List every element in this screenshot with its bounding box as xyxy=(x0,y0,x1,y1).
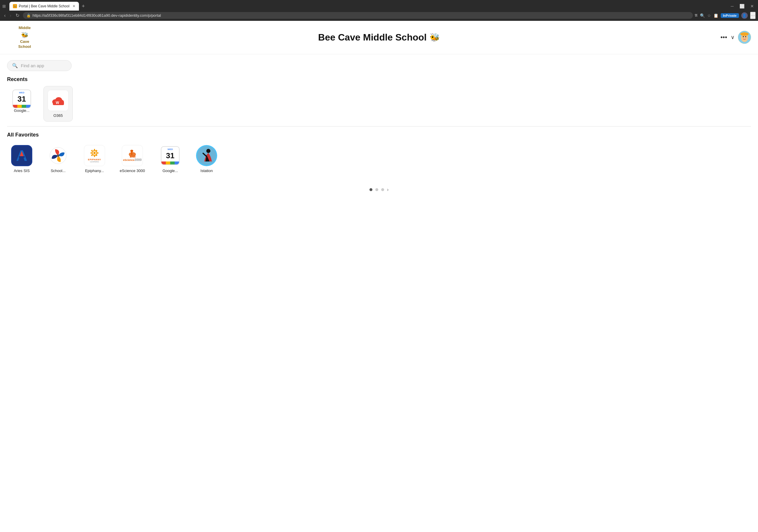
logo-line4: School xyxy=(18,44,31,49)
gcal2-color-strip xyxy=(161,161,179,164)
app-name-escience: eScience 3000 xyxy=(120,168,145,173)
collections-button[interactable]: 📋 xyxy=(713,13,718,18)
favorites-button[interactable]: ☆ xyxy=(707,13,711,18)
pagination-next-button[interactable]: › xyxy=(387,187,389,192)
escience-brand: eScience3000 xyxy=(123,158,142,161)
active-tab[interactable]: 🐝 Portal | Bee Cave Middle School ✕ xyxy=(9,2,79,11)
epiphany-icon-wrap: EPIPHANY LEARNING xyxy=(84,145,105,166)
more-options-button[interactable]: ••• xyxy=(720,33,727,41)
pagination-dot-2[interactable] xyxy=(375,188,378,191)
svg-point-27 xyxy=(130,150,133,152)
aries-svg xyxy=(12,146,31,165)
address-right-controls: 𝕬 🔍 ☆ 📋 InPrivate 👤 ··· xyxy=(695,12,756,19)
portal-header: Middle 🐝 Cave School Bee Cave Middle Sch… xyxy=(0,21,758,54)
favorites-grid: Aries SIS School... xyxy=(7,142,751,176)
recents-grid: WED 31 Google... xyxy=(7,86,751,122)
page-content: Middle 🐝 Cave School Bee Cave Middle Sch… xyxy=(0,21,758,244)
logo-bee-emoji: 🐝 xyxy=(21,31,28,39)
epiphany-brand-text: EPIPHANY xyxy=(88,158,101,161)
tab-bar: ⊞ 🐝 Portal | Bee Cave Middle School ✕ + … xyxy=(0,0,758,11)
app-name-aries-sis: Aries SIS xyxy=(14,168,30,173)
main-content: 🔍 Find an app Recents WED 31 xyxy=(0,54,758,203)
svg-rect-30 xyxy=(133,156,134,158)
nav-buttons: ‹ › ↻ xyxy=(2,12,21,19)
svg-rect-31 xyxy=(134,156,135,158)
tab-title: Portal | Bee Cave Middle School xyxy=(19,4,70,8)
user-avatar[interactable] xyxy=(738,31,751,44)
tab-favicon: 🐝 xyxy=(13,4,17,8)
svg-point-14 xyxy=(57,155,59,157)
grid-icon[interactable]: ⊞ xyxy=(2,4,6,9)
read-aloud-button[interactable]: 𝕬 xyxy=(695,13,698,18)
google-cal2-icon: WED 31 xyxy=(161,146,180,165)
header-bee-icon: 🐝 xyxy=(430,33,440,42)
logo-line3: Cave xyxy=(20,39,29,44)
section-divider xyxy=(7,126,751,126)
search-placeholder: Find an app xyxy=(21,63,44,68)
svg-rect-18 xyxy=(94,155,95,157)
minimize-button[interactable]: ─ xyxy=(729,3,736,9)
app-name-istation: Istation xyxy=(200,168,213,173)
google-cal-icon: WED 31 xyxy=(12,89,31,108)
o365-icon: W xyxy=(48,90,68,111)
search-icon: 🔍 xyxy=(12,63,18,68)
app-name-o365: O365 xyxy=(53,113,63,118)
header-title-area: Bee Cave Middle School 🐝 xyxy=(42,32,716,43)
app-name-google-cal: Google... xyxy=(14,108,30,113)
header-actions: ••• ∨ xyxy=(716,31,751,44)
expand-button[interactable]: ∨ xyxy=(731,34,735,41)
back-button[interactable]: ‹ xyxy=(2,12,7,19)
svg-point-3 xyxy=(745,36,746,37)
istation-svg xyxy=(197,146,216,165)
app-item-istation[interactable]: Istation xyxy=(192,142,221,176)
site-logo: Middle 🐝 Cave School xyxy=(7,25,42,49)
forward-button[interactable]: › xyxy=(8,12,13,19)
search-bar[interactable]: 🔍 Find an app xyxy=(7,60,72,71)
lock-icon: 🔒 xyxy=(26,14,31,18)
svg-rect-28 xyxy=(130,156,131,158)
app-item-schooldude[interactable]: School... xyxy=(44,142,73,176)
svg-rect-12 xyxy=(19,156,25,158)
address-input-wrap[interactable]: 🔒 https://ia5f336c98faf311eb84d14f830cd6… xyxy=(23,12,693,19)
inprivate-badge: InPrivate xyxy=(721,13,739,18)
browser-chrome: ⊞ 🐝 Portal | Bee Cave Middle School ✕ + … xyxy=(0,0,758,21)
pagination-dot-1[interactable] xyxy=(369,188,372,191)
epiphany-logo: EPIPHANY LEARNING xyxy=(88,148,101,163)
google-cal2-icon-wrap: WED 31 xyxy=(160,145,181,166)
logo-line1: Middle xyxy=(18,25,30,30)
tab-controls: ⊞ xyxy=(2,4,6,9)
maximize-button[interactable]: ⬜ xyxy=(738,3,746,9)
tab-close-button[interactable]: ✕ xyxy=(73,4,75,8)
svg-point-2 xyxy=(743,36,744,37)
svg-rect-20 xyxy=(97,152,99,154)
avatar-image xyxy=(738,31,751,44)
app-item-o365[interactable]: W O365 xyxy=(44,86,73,122)
svg-rect-19 xyxy=(90,152,92,154)
app-item-escience[interactable]: eScience3000 eScience 3000 xyxy=(116,142,149,176)
app-name-google-cal2: Google... xyxy=(162,168,178,173)
istation-icon-wrap xyxy=(196,145,217,166)
epiphany-gear-svg xyxy=(90,148,99,158)
svg-point-33 xyxy=(206,149,210,153)
escience-logo: eScience3000 xyxy=(123,150,142,161)
app-item-aries-sis[interactable]: Aries SIS xyxy=(7,142,36,176)
pagination-dot-3[interactable] xyxy=(381,188,384,191)
profile-avatar[interactable]: 👤 xyxy=(741,12,748,19)
refresh-button[interactable]: ↻ xyxy=(14,12,21,19)
app-item-epiphany[interactable]: EPIPHANY LEARNING Epiphany... xyxy=(80,142,109,176)
new-tab-button[interactable]: + xyxy=(80,3,87,10)
epiphany-sub-text: LEARNING xyxy=(90,161,99,163)
app-item-google-cal[interactable]: WED 31 Google... xyxy=(7,86,36,122)
window-controls: ─ ⬜ ✕ xyxy=(729,3,756,9)
app-item-google-cal2[interactable]: WED 31 Google... xyxy=(155,142,185,176)
close-window-button[interactable]: ✕ xyxy=(749,3,756,9)
browser-more-button[interactable]: ··· xyxy=(750,12,756,19)
istation-icon xyxy=(196,145,217,166)
recents-label: Recents xyxy=(7,76,751,83)
svg-rect-5 xyxy=(741,33,749,35)
address-bar: ‹ › ↻ 🔒 https://ia5f336c98faf311eb84d14f… xyxy=(0,11,758,21)
search-address-button[interactable]: 🔍 xyxy=(700,13,705,18)
gcal-color-strip xyxy=(13,105,30,108)
school-svg xyxy=(49,147,67,164)
address-text: https://ia5f336c98faf311eb84d14f830cd61a… xyxy=(33,13,689,18)
